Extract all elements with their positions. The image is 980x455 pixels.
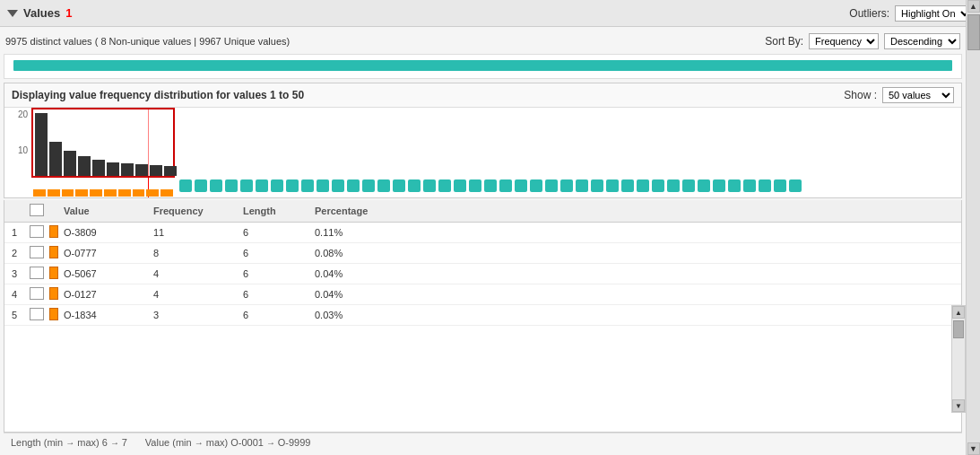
- col-freq-header: Frequency: [153, 206, 243, 216]
- row-pct-5: 0.03%: [315, 310, 954, 320]
- orange-seg-8: [133, 189, 145, 197]
- panel-title: Values: [23, 6, 60, 20]
- table-row: 3 O-5067 4 6 0.04%: [4, 264, 961, 284]
- scroll-down-button[interactable]: ▼: [967, 442, 980, 455]
- teal-dot: [286, 179, 299, 192]
- teal-dot: [637, 179, 649, 192]
- teal-dots-row: [179, 179, 961, 193]
- teal-dot: [438, 179, 451, 192]
- row-freq-3: 4: [153, 268, 243, 279]
- bar-8: [135, 164, 148, 176]
- row-num-2: 2: [12, 248, 30, 258]
- collapse-icon[interactable]: [7, 10, 18, 17]
- bar-1: [35, 113, 48, 176]
- scroll-up-button[interactable]: ▲: [967, 0, 980, 13]
- row-value-1: O-3809: [64, 227, 153, 238]
- orange-bars: [31, 188, 175, 197]
- teal-dot: [225, 179, 238, 192]
- teal-dot: [576, 179, 588, 192]
- teal-dot: [652, 179, 664, 192]
- overview-teal-fill: [13, 60, 952, 71]
- row-check-5[interactable]: [30, 308, 49, 322]
- bar-4: [78, 156, 91, 176]
- teal-dot: [179, 179, 192, 192]
- bar-9: [150, 165, 162, 176]
- table-header: Value Frequency Length Percentage: [4, 200, 961, 223]
- teal-dot: [560, 179, 573, 192]
- row-color-1: [49, 225, 64, 240]
- chart-inner: [31, 108, 961, 197]
- teal-dot: [667, 179, 680, 192]
- histogram-box: [31, 108, 175, 178]
- teal-dot: [362, 179, 375, 192]
- orange-seg-2: [48, 189, 60, 197]
- y-axis: 20 10: [4, 108, 31, 197]
- col-check-header: [30, 204, 49, 218]
- orange-seg-3: [62, 189, 74, 197]
- row-freq-2: 8: [153, 248, 243, 258]
- table-scroll-thumb[interactable]: [953, 320, 964, 338]
- bar-7: [121, 163, 134, 176]
- main-container: Values 1 Outliers: Highlight On Highligh…: [0, 0, 980, 455]
- y-axis-mid: 10: [18, 145, 28, 155]
- select-all-checkbox[interactable]: [30, 204, 44, 216]
- teal-dot: [377, 179, 390, 192]
- distribution-title: Displaying value frequency distribution …: [12, 89, 304, 101]
- teal-dot: [484, 179, 497, 192]
- teal-dot: [682, 179, 695, 192]
- scroll-thumb[interactable]: [967, 14, 980, 50]
- row-freq-4: 4: [153, 289, 243, 300]
- row-num-5: 5: [12, 310, 30, 320]
- teal-dot: [759, 179, 771, 192]
- teal-dot: [347, 179, 360, 192]
- row-len-2: 6: [243, 248, 315, 258]
- row-num-3: 3: [12, 268, 30, 279]
- stats-row: 9975 distinct values ( 8 Non-unique valu…: [4, 31, 962, 52]
- sort-controls: Sort By: Frequency Value Length Descendi…: [765, 33, 960, 49]
- row-value-3: O-5067: [64, 268, 153, 279]
- red-marker: 1: [65, 6, 72, 20]
- row-freq-5: 3: [153, 310, 243, 320]
- teal-dot: [499, 179, 512, 192]
- row-value-4: O-0127: [64, 289, 153, 300]
- teal-dot: [332, 179, 344, 192]
- chart-area: 20 10: [4, 108, 961, 197]
- bar-5: [92, 160, 105, 176]
- row-check-3[interactable]: [30, 267, 49, 281]
- main-scrollbar[interactable]: ▲ ▼: [966, 0, 980, 455]
- content-area: 9975 distinct values ( 8 Non-unique valu…: [0, 27, 980, 455]
- col-value-header: Value: [64, 206, 153, 216]
- row-check-2[interactable]: [30, 246, 49, 260]
- show-label: Show :: [844, 89, 877, 101]
- row-color-3: [49, 267, 64, 281]
- outliers-select[interactable]: Highlight On Highlight Off Remove: [895, 5, 973, 22]
- value-table: Value Frequency Length Percentage 1 O-38…: [4, 200, 962, 433]
- row-value-2: O-0777: [64, 248, 153, 258]
- show-values-select[interactable]: 50 values 25 values 100 values: [882, 87, 954, 103]
- bar-2: [49, 142, 62, 176]
- sort-by-select[interactable]: Frequency Value Length: [809, 33, 879, 49]
- row-color-2: [49, 246, 64, 260]
- orange-seg-6: [104, 189, 117, 197]
- bar-3: [64, 151, 76, 176]
- y-axis-max: 20: [18, 109, 28, 119]
- teal-dot: [317, 179, 329, 192]
- row-len-1: 6: [243, 227, 315, 238]
- row-len-3: 6: [243, 268, 315, 279]
- table-scroll-down[interactable]: ▼: [952, 399, 965, 412]
- teal-dot: [454, 179, 466, 192]
- header-bar: Values 1 Outliers: Highlight On Highligh…: [0, 0, 980, 27]
- table-scroll-up[interactable]: ▲: [952, 306, 965, 319]
- length-info: Length (min → max) 6 → 7: [11, 437, 127, 448]
- table-scrollbar[interactable]: ▲ ▼: [951, 305, 966, 413]
- row-color-5: [49, 308, 64, 322]
- row-pct-3: 0.04%: [315, 268, 954, 279]
- order-select[interactable]: Descending Ascending: [884, 33, 960, 49]
- teal-dot: [515, 179, 527, 192]
- orange-seg-5: [90, 189, 102, 197]
- row-check-1[interactable]: [30, 225, 49, 240]
- teal-dot: [591, 179, 603, 192]
- row-check-4[interactable]: [30, 287, 49, 302]
- teal-dot: [606, 179, 619, 192]
- col-len-header: Length: [243, 206, 315, 216]
